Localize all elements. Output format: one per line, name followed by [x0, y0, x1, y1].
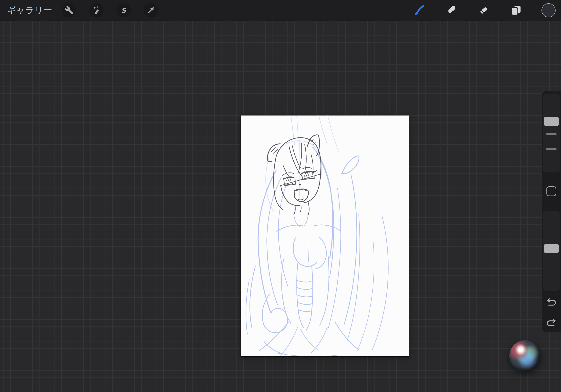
size-memory-tick	[546, 133, 557, 135]
adjustments-button[interactable]	[89, 3, 104, 18]
selection-s-icon: S	[119, 6, 128, 15]
redo-button[interactable]	[545, 316, 558, 329]
erase-tool-button[interactable]	[476, 3, 491, 18]
wrench-icon	[65, 6, 74, 15]
brush-size-handle[interactable]	[544, 117, 559, 126]
sketch-artwork	[241, 115, 409, 356]
redo-arrow-icon	[547, 318, 556, 327]
brush-sidebar	[542, 91, 561, 332]
size-memory-tick	[546, 148, 557, 150]
gallery-button[interactable]: ギャラリー	[7, 4, 52, 16]
selection-button[interactable]: S	[116, 3, 131, 18]
procreate-app-screen: ギャラリー S	[0, 0, 561, 392]
actions-button[interactable]	[62, 3, 76, 18]
paintbrush-icon	[413, 5, 424, 16]
undo-arrow-icon	[547, 297, 556, 307]
magic-wand-icon	[92, 6, 101, 15]
siri-orb	[509, 340, 541, 372]
drawing-canvas[interactable]	[241, 115, 409, 356]
layers-icon	[511, 5, 521, 16]
toolbar-left-group: ギャラリー S	[0, 3, 171, 18]
paint-tool-button[interactable]	[412, 3, 426, 18]
brush-opacity-handle[interactable]	[544, 244, 559, 253]
undo-button[interactable]	[545, 295, 558, 309]
top-toolbar: ギャラリー S	[0, 0, 561, 21]
smudge-icon	[446, 5, 457, 16]
layers-tool-button[interactable]	[509, 3, 523, 18]
move-arrow-icon	[146, 6, 155, 15]
modify-button[interactable]	[546, 186, 556, 196]
brush-opacity-slider[interactable]	[543, 211, 560, 291]
brush-size-slider[interactable]	[543, 94, 560, 172]
smudge-tool-button[interactable]	[444, 3, 459, 18]
current-color-swatch	[541, 3, 556, 17]
transform-button[interactable]	[143, 3, 158, 18]
svg-text:S: S	[121, 7, 127, 14]
toolbar-right-group	[412, 3, 561, 18]
eraser-icon	[478, 5, 489, 16]
color-swatch-button[interactable]	[541, 3, 556, 18]
